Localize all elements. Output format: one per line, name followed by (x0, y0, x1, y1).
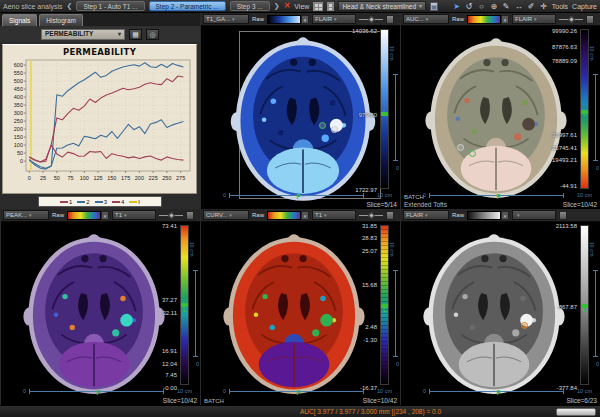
roi-marker[interactable] (319, 122, 326, 129)
image-area[interactable]: 31.85 28.83 25.07 15.68 2.48 -1.30 -16.3… (201, 222, 400, 405)
viewport-t1-fusion[interactable]: T1_GA... Raw ▾ FLAIR 14036.62 979.80 172… (200, 13, 400, 209)
layout-single-icon[interactable] (327, 2, 334, 11)
workflow-select[interactable]: Head & Neck streamlined (338, 1, 426, 11)
fusion-series-select[interactable] (512, 210, 556, 220)
vertical-ruler (395, 270, 396, 358)
step-prev-icon[interactable]: ❮ (67, 2, 73, 10)
step2-button[interactable]: Step 2 - Parametric ... (149, 1, 226, 11)
viewport-options-button[interactable] (586, 15, 594, 24)
fusion-series-select[interactable]: T1 (112, 210, 156, 220)
map-series-select[interactable]: PEAK... (3, 210, 49, 220)
pencil-tool-icon[interactable]: ✎ (502, 1, 510, 12)
viewport-curv[interactable]: CURV... Raw ▾ T1 31.85 28.83 25.07 15.68… (200, 209, 400, 405)
colormap-select[interactable]: ▾ (467, 15, 509, 24)
roi-marker-3[interactable]: 3 (521, 322, 528, 329)
chevron-down-icon[interactable]: ▾ (501, 211, 509, 220)
slider-handle[interactable] (168, 211, 175, 218)
colormap-select[interactable]: ▾ (67, 211, 109, 220)
roi-marker[interactable] (457, 144, 464, 151)
distance-tool-icon[interactable]: ↔ (514, 1, 522, 12)
ruler-scale-label: 10 cm (177, 388, 192, 394)
fusion-series-select[interactable]: FLAIR (312, 14, 356, 24)
signal-map-toolbar: PERMEABILITY ▦ ◎ (0, 26, 200, 42)
tab-signals[interactable]: Signals (2, 14, 37, 26)
image-area[interactable]: 14036.62 979.80 1722.97 10 cm 0 L 10 cm … (201, 26, 400, 209)
roi-visibility-icon[interactable]: ◎ (146, 29, 159, 40)
legend-swatch (60, 201, 68, 203)
raw-label: Raw (252, 212, 264, 218)
orientation-posterior-marker: P (497, 389, 501, 396)
fusion-series-select[interactable]: FLAIR (512, 14, 556, 24)
raw-label: Raw (252, 16, 264, 22)
image-area[interactable]: 99990.26 87876.63 78889.09 31997.61 2574… (401, 26, 600, 209)
legend-swatch (77, 201, 85, 203)
image-area[interactable]: 73.41 37.27 32.11 16.91 12.04 7.45 -0.00… (1, 222, 200, 405)
chevron-down-icon[interactable]: ▾ (301, 15, 309, 24)
viewport-options-button[interactable] (386, 15, 394, 24)
colormap-select[interactable]: ▾ (267, 15, 309, 24)
report-window-icon[interactable]: ▦ (129, 29, 142, 40)
zoom-tool-icon[interactable]: ⊕ (490, 1, 498, 12)
step1-button[interactable]: Step 1 - Auto T1 ... (76, 1, 144, 11)
permeability-chart[interactable]: 0255075100125150175200225250275050100150… (4, 57, 195, 191)
map-series-select[interactable]: AUC... (403, 14, 449, 24)
map-series-select[interactable]: FLAIR (403, 210, 449, 220)
viewport-options-button[interactable] (186, 211, 194, 220)
colorbar[interactable] (380, 29, 389, 189)
vertical-ruler (195, 270, 196, 358)
cursor-value-readout: AUC[ 3.977 / 3.977 / 3.000 mm [(234 , 20… (300, 408, 441, 415)
colormap-select[interactable]: ▾ (467, 211, 509, 220)
viewport-options-button[interactable] (386, 211, 394, 220)
pan-tool-icon[interactable]: ✛ (539, 1, 547, 12)
slider-handle[interactable] (368, 15, 375, 22)
layout-grid-icon[interactable] (313, 2, 323, 11)
roi-marker[interactable] (469, 150, 476, 157)
image-area[interactable]: 3 2113.58 867.87 -377.84 10 cm 0 L 10 cm… (401, 222, 600, 405)
colorbar-value: 99990.26 (525, 28, 577, 34)
vertical-ruler (395, 74, 396, 162)
batch-label: BATCH (204, 398, 224, 404)
viewport-auc[interactable]: AUC... Raw ▾ FLAIR 99990.26 87876.63 788… (400, 13, 600, 209)
pointer-tool-icon[interactable]: ➤ (452, 1, 460, 12)
ruler-scale-label: 10 cm (377, 388, 392, 394)
opacity-slider[interactable] (359, 215, 383, 216)
legend-label: 2 (86, 199, 89, 205)
ruler-zero-label: 0 (423, 388, 426, 394)
roi-marker[interactable] (331, 126, 338, 133)
opacity-slider[interactable] (559, 19, 583, 20)
colorbar-value: 31997.61 (525, 132, 577, 138)
contour-tool-icon[interactable]: ↺ (465, 1, 473, 12)
orientation-posterior-marker: P (297, 193, 301, 200)
slider-handle[interactable] (568, 15, 575, 22)
save-layout-icon[interactable]: ▤ (430, 2, 438, 11)
signal-map-select[interactable]: PERMEABILITY (41, 29, 125, 40)
step3-button[interactable]: Step 3 ... (230, 1, 270, 11)
slice-indicator: Slice=10/42 (363, 397, 397, 404)
opacity-slider[interactable] (359, 19, 383, 20)
viewport-options-button[interactable] (559, 211, 567, 220)
ellipse-roi-icon[interactable]: ○ (477, 1, 485, 12)
view-menu[interactable]: View (294, 3, 309, 10)
orientation-left-marker: L (383, 306, 387, 313)
chevron-down-icon[interactable]: ▾ (301, 211, 309, 220)
chevron-down-icon[interactable]: ▾ (101, 211, 109, 220)
capture-menu[interactable]: Capture (572, 3, 597, 10)
status-bar: AUC[ 3.977 / 3.977 / 3.000 mm [(234 , 20… (0, 405, 600, 417)
close-workflow-icon[interactable]: ✕ (284, 1, 291, 11)
opacity-slider[interactable] (159, 215, 183, 216)
ruler-scale-label: 10 cm (189, 239, 195, 259)
slider-handle[interactable] (368, 211, 375, 218)
colormap-select[interactable]: ▾ (267, 211, 309, 220)
pen-tool-icon[interactable]: ✐ (527, 1, 535, 12)
step-next-icon[interactable]: ❯ (274, 2, 280, 10)
colorbar[interactable] (580, 29, 589, 189)
viewport-flair[interactable]: FLAIR Raw ▾ 3 2113.58 867.87 -377.84 10 … (400, 209, 600, 405)
svg-text:200: 200 (14, 126, 23, 132)
map-series-select[interactable]: T1_GA... (203, 14, 249, 24)
chevron-down-icon[interactable]: ▾ (501, 15, 509, 24)
tools-menu[interactable]: Tools (552, 3, 568, 10)
tab-histogram[interactable]: Histogram (39, 14, 83, 26)
map-series-select[interactable]: CURV... (203, 210, 249, 220)
fusion-series-select[interactable]: T1 (312, 210, 356, 220)
viewport-peak[interactable]: PEAK... Raw ▾ T1 73.41 37.27 32.11 16.91… (0, 209, 200, 405)
